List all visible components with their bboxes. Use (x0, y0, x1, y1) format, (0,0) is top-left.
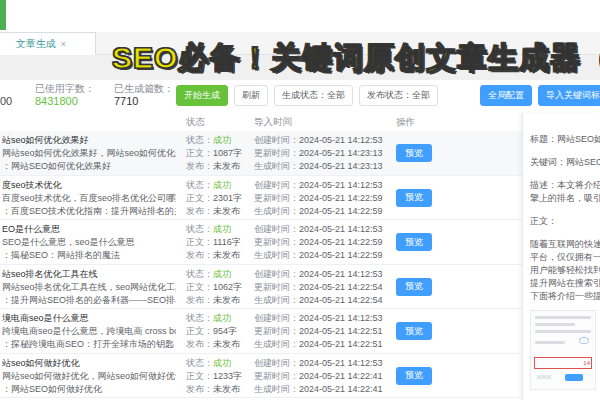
table-row: 站seo排名优化工具在线 网站seo排名优化工具在线，seo网站优化工具大全 ：… (0, 265, 522, 310)
keyword-cell: 站seo排名优化工具在线 网站seo排名优化工具在线，seo网站优化工具大全 ：… (2, 268, 176, 307)
start-generate-button[interactable]: 开始生成 (176, 85, 228, 106)
created-value: 2024-05-21 14:12:53 (299, 358, 383, 368)
stat-generated-count-label: 已生成篇数： (114, 82, 174, 95)
status-label: 状态： (186, 269, 213, 279)
generated-value: 2024-05-21 14:23:13 (299, 161, 383, 171)
publish-value: 未发布 (213, 339, 240, 349)
stat-generated-count: 已生成篇数： 7710 (114, 82, 174, 108)
publish-value: 未发布 (213, 206, 240, 216)
row-title-line: 网站seo如何优化效果好，网站seo如何优化效果好嘛 (2, 147, 176, 160)
words-value: 1087字 (213, 148, 242, 158)
preview-body-line: 随着互联网的快速 (530, 238, 600, 251)
publish-label: 发布： (186, 339, 213, 349)
cloud-icon (579, 337, 589, 344)
preview-button[interactable]: 预览 (396, 189, 432, 207)
preview-desc-line2: 擎上的排名，吸引 (530, 192, 600, 205)
embedded-screenshot: 14 (530, 310, 596, 390)
header-action: 操作 (396, 116, 415, 129)
words-value: 1116字 (213, 237, 241, 247)
preview-body-line: 用户能够轻松找到 (530, 264, 600, 277)
keyword-cell: 境电商seo是什么意思 跨境电商seo是什么意思，跨境电商 cross bord… (2, 312, 176, 351)
preview-button[interactable]: 预览 (396, 144, 432, 162)
updated-label: 更新时间： (254, 282, 299, 292)
publish-value: 未发布 (213, 384, 240, 394)
preview-title-line: 标题：网站SEO如 (530, 133, 600, 146)
publish-status-dropdown[interactable]: 发布状态：全部 (359, 85, 438, 106)
preview-body-line: 提升网站在搜索引 (530, 277, 600, 290)
keyword-cell: 站seo如何做好优化 网站seo如何做好优化，网站seo如何做好优化策略 ：网站… (2, 357, 176, 396)
words-value: 1062字 (213, 282, 242, 292)
row-keyword: 度seo技术优化 (2, 179, 176, 192)
created-label: 创建时间： (254, 313, 299, 323)
publish-label: 发布： (186, 206, 213, 216)
updated-value: 2024-05-21 14:22:41 (299, 371, 383, 381)
status-cell: 状态：成功 正文：1116字 发布：未发布 (186, 223, 252, 262)
preview-keyword-line: 关键词：网站SEO (530, 156, 600, 169)
words-value: 954字 (213, 326, 237, 336)
publish-label: 发布： (186, 161, 213, 171)
preview-button[interactable]: 预览 (396, 233, 432, 251)
preview-button[interactable]: 预览 (396, 278, 432, 296)
preview-button[interactable]: 预览 (396, 322, 432, 340)
updated-label: 更新时间： (254, 148, 299, 158)
updated-value: 2024-05-21 14:22:51 (299, 326, 383, 336)
stat-used-words-value: 8431800 (35, 95, 95, 108)
preview-body-text: 随着互联网的快速 平台，仅仅拥有一 用户能够轻松找到 提升网站在搜索引 下面将介… (530, 238, 600, 303)
status-label: 状态： (186, 180, 213, 190)
row-alias-line: ：网站SEO如何做好优化 (2, 383, 176, 396)
updated-label: 更新时间： (254, 193, 299, 203)
stat-generated-count-value: 7710 (114, 95, 174, 108)
row-keyword: 境电商seo是什么意思 (2, 312, 176, 325)
tab-close-icon[interactable]: × (61, 39, 66, 49)
created-label: 创建时间： (254, 180, 299, 190)
import-keywords-button[interactable]: 导入关键词标题 (538, 85, 600, 106)
corner-stripe (0, 0, 6, 30)
generated-label: 生成时间： (254, 295, 299, 305)
time-cell: 创建时间：2024-05-21 14:12:53 更新时间：2024-05-21… (254, 268, 394, 307)
toolbar: 开始生成 刷新 生成状态：全部 发布状态：全部 全局配置 导入关键词标题 导出成… (176, 84, 600, 106)
highlight-box: 14 (534, 357, 592, 369)
created-label: 创建时间： (254, 269, 299, 279)
keyword-cell: EO是什么意思 SEO是什么意思，seo是什么意思 ：揭秘SEO：网站排名的魔法 (2, 223, 176, 262)
publish-label: 发布： (186, 250, 213, 260)
generated-value: 2024-05-21 14:22:59 (299, 250, 383, 260)
generated-value: 2024-05-21 14:22:41 (299, 384, 383, 394)
table-row: 站seo如何优化效果好 网站seo如何优化效果好，网站seo如何优化效果好嘛 ：… (0, 131, 522, 176)
updated-label: 更新时间： (254, 326, 299, 336)
header-status: 状态 (186, 116, 205, 129)
refresh-button[interactable]: 刷新 (234, 85, 268, 106)
app-window: 文章生成 × SEO必备！关键词原创文章生成器（TDK自动 00 已使用字数： … (0, 0, 600, 400)
tab-article-generation[interactable]: 文章生成 × (0, 32, 96, 55)
words-label: 正文： (186, 193, 213, 203)
table-rows: 站seo如何优化效果好 网站seo如何优化效果好，网站seo如何优化效果好嘛 ：… (0, 131, 522, 400)
table-row: EO是什么意思 SEO是什么意思，seo是什么意思 ：揭秘SEO：网站排名的魔法… (0, 220, 522, 265)
status-label: 状态： (186, 135, 213, 145)
row-keyword: 站seo如何优化效果好 (2, 134, 176, 147)
updated-value: 2024-05-21 14:22:59 (299, 193, 383, 203)
updated-value: 2024-05-21 14:22:59 (299, 237, 383, 247)
mini-blue-button (565, 374, 583, 381)
words-value: 2301字 (213, 193, 242, 203)
row-title-line: 跨境电商seo是什么意思，跨境电商 cross border (2, 325, 176, 338)
created-value: 2024-05-21 14:12:53 (299, 180, 383, 190)
updated-label: 更新时间： (254, 237, 299, 247)
updated-label: 更新时间： (254, 371, 299, 381)
tab-label: 文章生成 (16, 37, 56, 51)
status-cell: 状态：成功 正文：1087字 发布：未发布 (186, 134, 252, 173)
page-title-overlay: SEO必备！关键词原创文章生成器（TDK自动 (112, 38, 600, 79)
status-value: 成功 (213, 269, 231, 279)
status-label: 状态： (186, 313, 213, 323)
screenshot-line (535, 316, 591, 319)
created-value: 2024-05-21 14:12:53 (299, 269, 383, 279)
time-cell: 创建时间：2024-05-21 14:12:53 更新时间：2024-05-21… (254, 223, 394, 262)
status-value: 成功 (213, 358, 231, 368)
time-cell: 创建时间：2024-05-21 14:12:53 更新时间：2024-05-21… (254, 357, 394, 396)
preview-button[interactable]: 预览 (396, 367, 432, 385)
words-value: 1233字 (213, 371, 242, 381)
created-label: 创建时间： (254, 135, 299, 145)
global-config-button[interactable]: 全局配置 (480, 85, 532, 106)
generate-status-dropdown[interactable]: 生成状态：全部 (274, 85, 353, 106)
created-value: 2024-05-21 14:12:53 (299, 224, 383, 234)
status-cell: 状态：成功 正文：1062字 发布：未发布 (186, 268, 252, 307)
status-value: 成功 (213, 180, 231, 190)
